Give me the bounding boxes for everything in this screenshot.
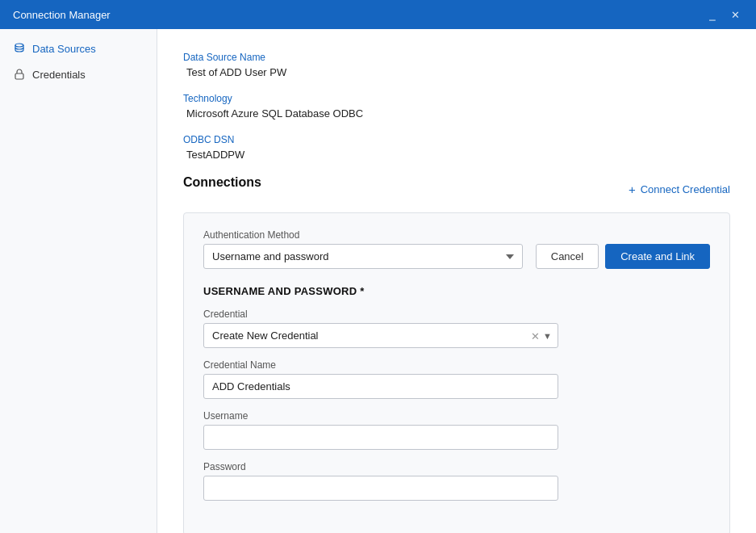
plus-icon: +	[629, 183, 636, 196]
topbar-actions: ⎯ ✕	[704, 6, 743, 23]
technology-value: Microsoft Azure SQL Database ODBC	[183, 107, 730, 120]
datasource-name-field: Data Source Name Test of ADD User PW	[183, 52, 730, 78]
datasource-name-label: Data Source Name	[183, 52, 730, 63]
username-label: Username	[203, 410, 710, 422]
odbc-dsn-field: ODBC DSN TestADDPW	[183, 134, 730, 161]
sidebar-item-data-sources[interactable]: Data Sources	[0, 36, 157, 61]
auth-method-select[interactable]: Username and password	[203, 244, 523, 269]
connections-title: Connections	[183, 175, 261, 190]
topbar: Connection Manager ⎯ ✕	[0, 0, 756, 29]
connect-credential-button[interactable]: + Connect Credential	[629, 183, 730, 196]
credential-name-input[interactable]	[203, 374, 558, 399]
technology-label: Technology	[183, 93, 730, 104]
database-icon	[13, 42, 26, 55]
credential-label: Credential	[203, 308, 710, 320]
create-and-link-button[interactable]: Create and Link	[605, 244, 710, 269]
lock-icon	[13, 68, 26, 81]
main-content: Data Source Name Test of ADD User PW Tec…	[157, 29, 756, 533]
app-title: Connection Manager	[13, 9, 111, 21]
password-field: Password	[203, 461, 710, 501]
credential-select-wrapper: Create New Credential ✕ ▼	[203, 323, 558, 348]
auth-method-wrapper: Authentication Method Username and passw…	[203, 229, 523, 269]
credential-select-icons: ✕ ▼	[531, 329, 552, 342]
credential-clear-icon[interactable]: ✕	[531, 329, 540, 342]
sidebar-item-credentials-label: Credentials	[32, 69, 86, 81]
technology-field: Technology Microsoft Azure SQL Database …	[183, 93, 730, 120]
datasource-name-value: Test of ADD User PW	[183, 66, 730, 78]
auth-method-row: Authentication Method Username and passw…	[203, 229, 710, 269]
svg-rect-1	[15, 73, 23, 79]
credential-chevron-icon: ▼	[543, 331, 552, 341]
odbc-dsn-label: ODBC DSN	[183, 134, 730, 145]
sidebar: Data Sources Credentials	[0, 29, 157, 533]
connections-header: Connections + Connect Credential	[183, 175, 730, 203]
username-input[interactable]	[203, 425, 558, 450]
password-input[interactable]	[203, 476, 558, 501]
credential-name-label: Credential Name	[203, 359, 710, 371]
sidebar-item-data-sources-label: Data Sources	[32, 43, 96, 55]
connection-card: Authentication Method Username and passw…	[183, 212, 730, 533]
auth-action-buttons: Cancel Create and Link	[536, 244, 710, 269]
cancel-button[interactable]: Cancel	[536, 244, 599, 269]
credential-select-row: Create New Credential ✕ ▼	[203, 323, 558, 348]
odbc-dsn-value: TestADDPW	[183, 149, 730, 161]
credential-select[interactable]: Create New Credential	[203, 323, 558, 348]
svg-point-0	[15, 44, 23, 47]
auth-method-label: Authentication Method	[203, 229, 523, 241]
credential-field: Credential Create New Credential ✕ ▼	[203, 308, 710, 348]
minimize-icon[interactable]: ⎯	[704, 6, 720, 23]
username-password-section-title: USERNAME AND PASSWORD *	[203, 285, 710, 297]
sidebar-item-credentials[interactable]: Credentials	[0, 61, 157, 87]
username-field: Username	[203, 410, 710, 450]
password-label: Password	[203, 461, 710, 472]
credential-name-field: Credential Name	[203, 359, 710, 399]
connect-credential-label: Connect Credential	[641, 183, 730, 195]
close-icon[interactable]: ✕	[727, 6, 743, 23]
